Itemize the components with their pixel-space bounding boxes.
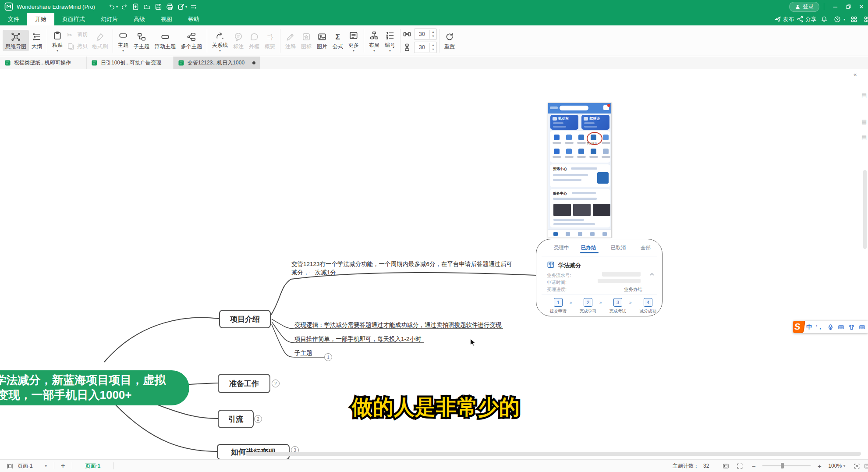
spin-down-icon[interactable]: ▼ bbox=[430, 34, 436, 39]
right-edge-icon[interactable]: ▤ bbox=[861, 92, 867, 99]
vertical-spacing-input[interactable] bbox=[415, 44, 429, 51]
zoom-slider[interactable] bbox=[762, 465, 811, 466]
spin-up-icon[interactable]: ▲ bbox=[430, 30, 436, 34]
menu-slides[interactable]: 幻灯片 bbox=[93, 13, 126, 25]
help-chevron-down-icon[interactable]: ▾ bbox=[843, 18, 845, 21]
branch-text-logic[interactable]: 变现逻辑：学法减分需要答题通过才能成功减分，通过卖拍照搜题软件进行变现 bbox=[294, 321, 502, 329]
ime-toolbox-icon[interactable] bbox=[859, 324, 865, 330]
phone-screenshot-image[interactable]: 机动车 驾驶证 学法减分 bbox=[548, 103, 612, 238]
boundary-panel[interactable]: 受理中 已办结 已取消 全部 学法减分 业务流水号: 申请时间: 受理进度: 业… bbox=[536, 239, 663, 316]
login-button[interactable]: 登录 bbox=[789, 2, 819, 12]
central-topic-node[interactable]: 交管12123学法减分，新蓝海项目项目，虚拟 资源变现，一部手机日入1000+ bbox=[0, 370, 189, 405]
ribbon-outline-button[interactable]: 大纲 bbox=[29, 30, 45, 51]
active-page-tab[interactable]: 页面-1 bbox=[76, 462, 110, 470]
close-button[interactable]: ✕ bbox=[855, 1, 868, 12]
ribbon-subtopic-button[interactable]: 子主题 bbox=[131, 30, 152, 51]
badge-traffic-count[interactable]: 2 bbox=[254, 415, 262, 423]
zoom-chevron-down-icon[interactable]: ▼ bbox=[843, 464, 846, 468]
panel-tab-all[interactable]: 全部 bbox=[641, 245, 651, 251]
ribbon-layout-button[interactable]: 布局 ▾ bbox=[366, 28, 382, 53]
menu-file[interactable]: 文件 bbox=[0, 13, 27, 25]
node-preparation[interactable]: 准备工作 bbox=[218, 374, 270, 393]
node-traffic[interactable]: 引流 bbox=[218, 410, 254, 428]
horizontal-spacing-input[interactable] bbox=[415, 31, 429, 38]
page-select-dropdown[interactable]: 页面-1 ▼ bbox=[15, 462, 50, 470]
presentation-icon[interactable] bbox=[862, 461, 868, 470]
zoom-slider-thumb[interactable] bbox=[781, 463, 784, 468]
ribbon-callout-button[interactable]: 标注 bbox=[230, 30, 246, 51]
mindmap-canvas[interactable]: 交管12123学法减分，新蓝海项目项目，虚拟 资源变现，一部手机日入1000+ … bbox=[0, 69, 868, 459]
minimize-button[interactable]: ─ bbox=[829, 1, 842, 12]
save-button[interactable] bbox=[153, 2, 164, 11]
help-icon[interactable] bbox=[832, 14, 843, 24]
ribbon-note-button[interactable]: 注释 bbox=[283, 30, 298, 51]
ribbon-mindmap-button[interactable]: 思维导图 bbox=[3, 30, 29, 51]
badge-preparation-count[interactable]: 2 bbox=[272, 380, 280, 387]
node-project-intro[interactable]: 项目介绍 bbox=[219, 310, 271, 328]
menu-advanced[interactable]: 高级 bbox=[126, 13, 153, 25]
ime-punctuation-toggle[interactable]: ’， bbox=[816, 323, 823, 331]
apps-grid-icon[interactable] bbox=[849, 14, 859, 24]
right-edge-icon[interactable]: ▤ bbox=[861, 118, 867, 125]
ime-toolbar[interactable]: S 中 ’， bbox=[793, 321, 868, 333]
ribbon-cut-button[interactable]: ✂ 剪切 bbox=[65, 30, 89, 40]
branch-text-subtopic[interactable]: 子主题 bbox=[294, 349, 312, 357]
redo-button[interactable] bbox=[119, 2, 130, 11]
ime-language-toggle[interactable]: 中 bbox=[806, 323, 812, 331]
ribbon-picture-button[interactable]: 图片 bbox=[314, 30, 330, 51]
menu-view[interactable]: 视图 bbox=[153, 13, 180, 25]
ribbon-paste-button[interactable]: 粘贴 ▾ bbox=[50, 28, 65, 53]
ribbon-icon-button[interactable]: 图标 bbox=[298, 30, 314, 51]
publish-button[interactable]: 发布 bbox=[774, 16, 794, 23]
fit-selection-icon[interactable] bbox=[851, 461, 862, 470]
ribbon-more-button[interactable]: 更多 ▾ bbox=[346, 28, 361, 53]
branch-text-intro-line2[interactable]: 减分，一次减1分 bbox=[291, 269, 336, 277]
ribbon-numbering-button[interactable]: 编号 ▾ bbox=[382, 28, 398, 53]
menu-page-style[interactable]: 页面样式 bbox=[54, 13, 93, 25]
ribbon-format-painter-button[interactable]: 格式刷 bbox=[89, 30, 110, 51]
add-page-button[interactable]: + bbox=[58, 461, 68, 470]
vertical-scrollbar[interactable] bbox=[863, 170, 867, 249]
collapse-chevron-up-icon[interactable] bbox=[648, 271, 655, 278]
ime-keyboard-icon[interactable] bbox=[838, 324, 844, 330]
horizontal-scrollbar[interactable] bbox=[245, 452, 861, 456]
sogou-logo-icon[interactable]: S bbox=[793, 321, 805, 333]
fullscreen-icon[interactable] bbox=[734, 461, 745, 470]
spin-up-icon[interactable]: ▲ bbox=[430, 43, 436, 47]
share-button[interactable]: 分享 bbox=[797, 16, 816, 23]
edge-cut-icon[interactable] bbox=[862, 14, 868, 24]
menu-home[interactable]: 开始 bbox=[27, 13, 54, 25]
panel-tab-processing[interactable]: 受理中 bbox=[554, 245, 569, 251]
branch-text-simple[interactable]: 项目操作简单，一部手机即可，每天投入1-2小时 bbox=[294, 335, 422, 343]
page-panel-icon[interactable] bbox=[4, 461, 15, 470]
collapse-panel-chevron-icon[interactable]: « bbox=[854, 71, 857, 78]
ribbon-floating-topic-button[interactable]: 浮动主题 bbox=[152, 30, 178, 51]
ribbon-copy-button[interactable]: 拷贝 bbox=[65, 42, 89, 51]
spin-down-icon[interactable]: ▼ bbox=[430, 47, 436, 52]
export-chevron-down-icon[interactable]: ▾ bbox=[185, 5, 187, 9]
zoom-in-button[interactable]: + bbox=[814, 461, 825, 470]
ribbon-reset-button[interactable]: 重置 bbox=[442, 30, 457, 51]
ribbon-summary-button[interactable]: ≡} 概要 bbox=[262, 30, 278, 51]
customize-toolbar-icon[interactable] bbox=[188, 2, 199, 11]
ribbon-multi-topic-button[interactable]: 多个主题 bbox=[178, 30, 205, 51]
menu-help[interactable]: 帮助 bbox=[180, 13, 207, 25]
doc-tab-2[interactable]: 日引100创...可接广告变现 bbox=[87, 57, 174, 69]
panel-tab-completed[interactable]: 已办结 bbox=[581, 245, 596, 251]
ribbon-relation-button[interactable]: 关系线 ▾ bbox=[209, 28, 230, 53]
right-edge-icon[interactable]: ▤ bbox=[861, 134, 867, 141]
open-file-button[interactable] bbox=[142, 2, 153, 11]
branch-text-intro-line1[interactable]: 交管12123有一个学法减分功能，一个周期内最多减6分，在平台申请后答题通过后可 bbox=[291, 260, 512, 268]
fit-window-icon[interactable] bbox=[720, 461, 731, 470]
doc-tab-3-active[interactable]: 交管12123...机日入1000 bbox=[174, 57, 260, 69]
ime-skin-icon[interactable] bbox=[848, 324, 855, 330]
undo-chevron-down-icon[interactable]: ▾ bbox=[116, 5, 118, 9]
ribbon-topic-button[interactable]: 主题 ▾ bbox=[115, 28, 131, 53]
new-file-button[interactable] bbox=[130, 2, 142, 11]
ribbon-boundary-button[interactable]: 外框 bbox=[246, 30, 262, 51]
ribbon-formula-button[interactable]: Σ 公式 bbox=[330, 30, 346, 51]
ime-mic-icon[interactable] bbox=[827, 324, 834, 330]
print-button[interactable] bbox=[164, 2, 176, 11]
restore-button[interactable] bbox=[842, 1, 855, 12]
doc-tab-1[interactable]: 祝福类壁纸...机即可操作 bbox=[0, 57, 87, 69]
